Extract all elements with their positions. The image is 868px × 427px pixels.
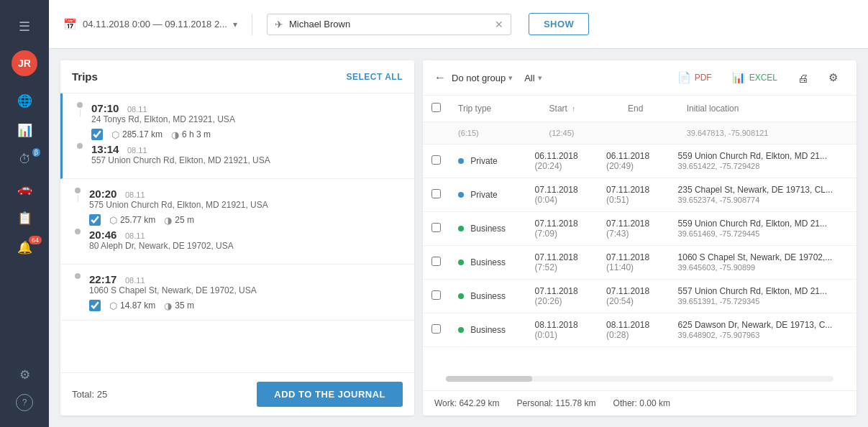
filter-dropdown[interactable]: All ▾ [524,73,542,83]
sidebar-icon-settings[interactable]: ⚙ [16,360,33,390]
trip-start-date: 08.11 [125,190,145,199]
total-label: Total: 25 [72,389,107,400]
trips-header: Trips SELECT ALL [60,60,414,93]
trip-dot-start [75,188,81,193]
trip-stats: ⬡ 285.17 km ◑ 6 h 3 m [91,129,403,140]
main-content: 📅 04.11.2018 0:00 — 09.11.2018 2... ▾ ✈ … [49,0,868,427]
row-end: 07.11.2018(7:43) [598,212,670,246]
date-chevron-icon[interactable]: ▾ [233,19,237,29]
trip-address-end: 20:46 08.11 80 Aleph Dr, Newark, DE 1970… [89,229,403,255]
trip-address-start: 20:20 08.11 575 Union Church Rd, Elkton,… [89,188,403,226]
trip-type-text: Business [470,257,506,267]
trip-start-time: 22:17 [89,273,117,285]
trip-row-top: 07:10 08.11 24 Tonys Rd, Elkton, MD 2192… [74,102,403,140]
trip-checkbox[interactable] [91,129,103,140]
header-start[interactable]: Start ↑ [541,96,619,122]
trip-distance: ⬡ 285.17 km [111,129,163,140]
table-toolbar: ← Do not group ▾ All ▾ 📄 PDF 📊 EXCEL [423,60,856,96]
row-trip-type: Business [449,280,526,313]
scrollbar-thumb[interactable] [446,376,532,382]
back-arrow-icon[interactable]: ← [434,71,446,84]
trip-timeline [77,102,83,116]
trip-start-address: 24 Tonys Rd, Elkton, MD 21921, USA [91,114,403,124]
distance-icon: ⬡ [109,300,117,311]
select-all-checkbox[interactable] [431,103,441,112]
grouping-dropdown[interactable]: Do not group ▾ [452,73,513,83]
work-stat: Work: 642.29 km [434,398,499,408]
scrollbar-area [423,376,856,390]
trip-address-end: 13:14 08.11 557 Union Church Rd, Elkton,… [91,143,403,170]
trip-timeline [75,188,81,202]
trips-table-data: Private 06.11.2018(20:24) 06.11.2018(20:… [423,144,856,347]
sidebar-icon-report[interactable]: 📋 [0,203,49,233]
excel-label: EXCEL [749,73,777,83]
row-start: 07.11.2018(7:09) [526,212,598,246]
table-row: Business 07.11.2018(7:09) 07.11.2018(7:4… [423,212,856,246]
trip-start-address: 1060 S Chapel St, Newark, DE 19702, USA [89,285,403,295]
row-checkbox[interactable] [431,189,441,198]
trip-dot-start [75,273,81,279]
row-end [619,122,678,144]
duration-icon: ◑ [171,129,179,140]
print-button[interactable]: 🖨 [790,68,816,88]
row-location: 559 Union Church Rd, Elkton, MD 21...39.… [670,144,856,178]
other-stat: Other: 0.00 km [613,398,670,408]
row-checkbox[interactable] [431,223,441,232]
select-all-button[interactable]: SELECT ALL [346,72,403,82]
trip-row-bottom: 20:46 08.11 80 Aleph Dr, Newark, DE 1970… [72,229,403,255]
trip-line [80,109,81,116]
add-to-journal-button[interactable]: ADD TO THE JOURNAL [257,382,403,407]
trip-type-text: Business [470,224,506,234]
row-trip-type: Business [449,246,526,280]
table-data-body: Private 06.11.2018(20:24) 06.11.2018(20:… [423,144,856,347]
row-checkbox-cell [423,122,449,144]
trip-start-time: 20:20 [89,188,117,200]
trip-address-start: 07:10 08.11 24 Tonys Rd, Elkton, MD 2192… [91,102,403,140]
sidebar-icon-bell[interactable]: 🔔 64 [0,233,49,262]
trip-checkbox[interactable] [89,300,101,311]
sidebar-icon-globe[interactable]: 🌐 [0,86,49,116]
trip-duration: ◑ 25 m [164,215,194,226]
trip-type-text: Business [470,291,506,301]
header-end: End [619,96,678,122]
type-dot-icon [458,327,464,333]
sidebar-icon-clock[interactable]: ⏱β [0,145,49,174]
settings-button[interactable]: ⚙ [821,68,845,88]
trip-end-time: 13:14 [91,143,119,155]
type-dot-icon [458,226,464,231]
distance-icon: ⬡ [111,129,119,140]
row-start: 07.11.2018(0:04) [526,178,598,212]
sidebar-icon-chart[interactable]: 📊 [0,116,49,145]
row-start: 08.11.2018(0:01) [526,313,598,347]
trip-checkbox[interactable] [89,214,101,226]
menu-icon[interactable]: ☰ [0,10,49,43]
row-checkbox[interactable] [431,324,441,334]
row-checkbox[interactable] [431,290,441,300]
row-location: 235 Chapel St, Newark, DE 19713, CL...39… [670,178,856,212]
row-checkbox[interactable] [431,155,441,165]
search-user-text: Michael Brown [289,19,495,29]
trip-start-date: 08.11 [125,276,145,285]
user-search-box[interactable]: ✈ Michael Brown ✕ [267,14,511,35]
row-start: 07.11.2018(20:26) [526,280,598,313]
table-row: Business 07.11.2018(20:26) 07.11.2018(20… [423,280,856,313]
trip-duration: ◑ 6 h 3 m [171,129,211,140]
pdf-button[interactable]: 📄 PDF [670,68,719,88]
trip-end-address: 557 Union Church Rd, Elkton, MD 21921, U… [91,155,403,165]
list-item: 07:10 08.11 24 Tonys Rd, Elkton, MD 2192… [60,93,414,179]
trips-list: 07:10 08.11 24 Tonys Rd, Elkton, MD 2192… [60,93,414,372]
trip-dot-end [75,229,81,234]
excel-button[interactable]: 📊 EXCEL [725,68,785,88]
row-trip-type: Private [449,178,526,212]
row-checkbox[interactable] [431,257,441,266]
list-item: 20:20 08.11 575 Union Church Rd, Elkton,… [60,179,414,265]
sidebar-icon-car[interactable]: 🚗 [0,174,49,203]
trip-start-date: 08.11 [127,105,147,114]
show-button[interactable]: SHOW [529,13,589,35]
distance-icon: ⬡ [109,215,117,226]
sidebar-icon-help[interactable]: ? [16,394,33,411]
trip-row-bottom: 13:14 08.11 557 Union Church Rd, Elkton,… [74,143,403,170]
clear-search-icon[interactable]: ✕ [495,19,503,30]
table-panel: ← Do not group ▾ All ▾ 📄 PDF 📊 EXCEL [423,60,856,415]
horizontal-scrollbar[interactable] [446,376,833,382]
